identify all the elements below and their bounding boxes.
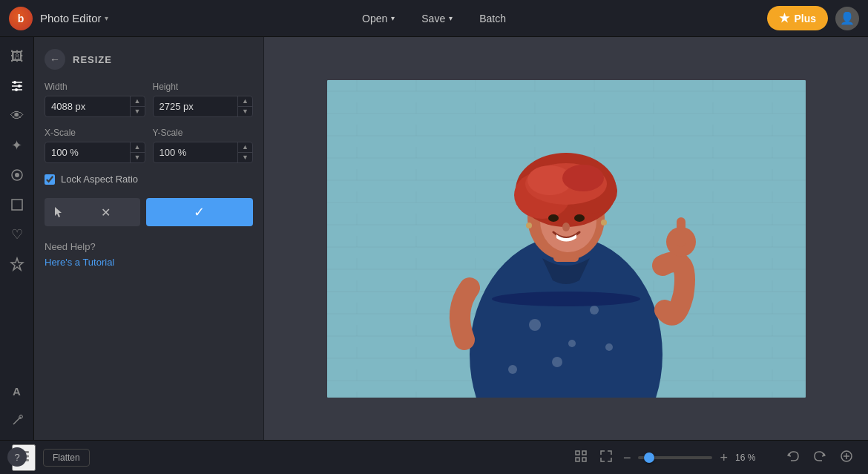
sidebar-item-star[interactable]: ✦: [4, 132, 30, 159]
batch-button[interactable]: Batch: [466, 7, 519, 30]
scale-row: X-Scale ▲ ▼ Y-Scale: [45, 128, 253, 163]
y-scale-input-wrap: ▲ ▼: [153, 142, 254, 163]
resize-panel: ← RESIZE Width ▲ ▼: [34, 37, 264, 440]
header: b Photo Editor ▾ Open ▾ Save ▾ Batch ★ P…: [0, 0, 868, 37]
canvas-area: [264, 37, 868, 440]
sidebar-item-text[interactable]: A: [4, 378, 30, 404]
svg-point-37: [605, 343, 613, 351]
width-spinners: ▲ ▼: [130, 96, 145, 116]
avatar[interactable]: 👤: [835, 7, 859, 30]
svg-point-1: [13, 81, 16, 84]
fullscreen-button[interactable]: [596, 447, 616, 468]
bar-right: [783, 447, 856, 468]
zoom-controls: − + 16 %: [571, 447, 761, 468]
help-section: Need Help? Here's a Tutorial: [45, 241, 253, 269]
y-scale-down-button[interactable]: ▼: [238, 153, 252, 162]
app-logo: b: [9, 7, 33, 30]
svg-point-31: [562, 223, 570, 231]
x-scale-label: X-Scale: [45, 128, 145, 138]
cancel-button[interactable]: ✕: [71, 198, 140, 226]
svg-rect-44: [576, 451, 579, 455]
panel-title: RESIZE: [73, 54, 112, 65]
sidebar-item-brush[interactable]: [4, 407, 30, 434]
photo-canvas: [327, 80, 806, 398]
width-input-wrap: ▲ ▼: [45, 96, 145, 117]
x-scale-group: X-Scale ▲ ▼: [45, 128, 145, 163]
back-button[interactable]: ←: [45, 49, 65, 70]
y-scale-group: Y-Scale ▲ ▼: [153, 128, 254, 163]
width-down-button[interactable]: ▼: [131, 107, 145, 116]
svg-point-34: [529, 319, 541, 331]
zoom-in-button[interactable]: +: [718, 450, 729, 466]
lock-aspect-label[interactable]: Lock Aspect Ratio: [61, 174, 138, 185]
height-input[interactable]: [154, 96, 238, 116]
icon-bar: 🖼 👁 ✦ ♡: [0, 37, 34, 440]
undo-button[interactable]: [783, 447, 803, 468]
sidebar-item-heart[interactable]: ♡: [4, 221, 30, 248]
zoom-slider[interactable]: [638, 456, 712, 459]
svg-point-36: [552, 357, 562, 367]
zoom-thumb[interactable]: [644, 452, 654, 463]
height-label: Height: [153, 82, 254, 92]
svg-point-28: [562, 165, 604, 191]
plus-star: ★: [779, 11, 789, 25]
main-area: 🖼 👁 ✦ ♡: [0, 37, 868, 440]
height-down-button[interactable]: ▼: [238, 107, 252, 116]
app-title-text: Photo Editor: [40, 12, 102, 24]
y-scale-input[interactable]: [154, 142, 238, 162]
lock-aspect-checkbox[interactable]: [45, 174, 55, 185]
x-scale-input[interactable]: [45, 142, 130, 162]
header-right: ★ Plus 👤: [767, 6, 859, 30]
height-up-button[interactable]: ▲: [238, 96, 252, 106]
svg-rect-19: [677, 217, 685, 247]
svg-rect-47: [582, 458, 586, 461]
lock-row: Lock Aspect Ratio: [45, 174, 253, 185]
sidebar-item-adjustments[interactable]: [4, 73, 30, 99]
y-scale-up-button[interactable]: ▲: [238, 142, 252, 152]
svg-point-3: [18, 85, 21, 88]
width-group: Width ▲ ▼: [45, 82, 145, 117]
svg-point-7: [15, 173, 19, 177]
plus-button[interactable]: ★ Plus: [767, 6, 828, 30]
zoom-out-button[interactable]: −: [622, 450, 633, 466]
redo-button[interactable]: [810, 447, 829, 468]
help-button[interactable]: ?: [7, 447, 27, 467]
svg-point-30: [574, 214, 585, 222]
tutorial-link[interactable]: Here's a Tutorial: [45, 257, 114, 268]
photo-subject: [327, 80, 806, 398]
y-scale-label: Y-Scale: [153, 128, 254, 138]
cursor-icon: [45, 198, 71, 226]
header-nav: Open ▾ Save ▾ Batch: [349, 7, 519, 30]
app-title-group[interactable]: Photo Editor ▾: [40, 12, 108, 24]
x-scale-spinners: ▲ ▼: [130, 142, 145, 162]
sidebar-item-frame[interactable]: [4, 191, 30, 218]
help-text: Need Help?: [45, 241, 253, 252]
x-scale-down-button[interactable]: ▼: [131, 153, 145, 162]
sidebar-item-image[interactable]: 🖼: [4, 43, 30, 70]
x-scale-up-button[interactable]: ▲: [131, 142, 145, 152]
fit-button[interactable]: [571, 447, 591, 468]
open-button[interactable]: Open ▾: [349, 7, 408, 30]
svg-point-35: [590, 306, 599, 315]
svg-point-39: [568, 340, 576, 347]
bottom-bar: Flatten − + 16 %: [0, 440, 868, 474]
height-spinners: ▲ ▼: [237, 96, 252, 116]
flatten-button[interactable]: Flatten: [43, 449, 90, 467]
width-input[interactable]: [45, 96, 130, 116]
sidebar-item-effects[interactable]: [4, 162, 30, 188]
panel-content: Width ▲ ▼ Height: [34, 82, 263, 283]
width-up-button[interactable]: ▲: [131, 96, 145, 106]
width-label: Width: [45, 82, 145, 92]
zoom-percent: 16 %: [735, 452, 761, 463]
svg-point-29: [548, 214, 559, 222]
cancel-group: ✕: [45, 198, 140, 226]
sidebar-item-sticker[interactable]: [4, 251, 30, 277]
sidebar-item-eye[interactable]: 👁: [4, 102, 30, 129]
svg-rect-46: [576, 458, 579, 461]
height-input-wrap: ▲ ▼: [153, 96, 254, 117]
app-title-chevron: ▾: [105, 14, 108, 22]
more-button[interactable]: [837, 447, 856, 468]
x-scale-input-wrap: ▲ ▼: [45, 142, 145, 163]
save-button[interactable]: Save ▾: [408, 7, 466, 30]
confirm-button[interactable]: ✓: [146, 198, 254, 226]
